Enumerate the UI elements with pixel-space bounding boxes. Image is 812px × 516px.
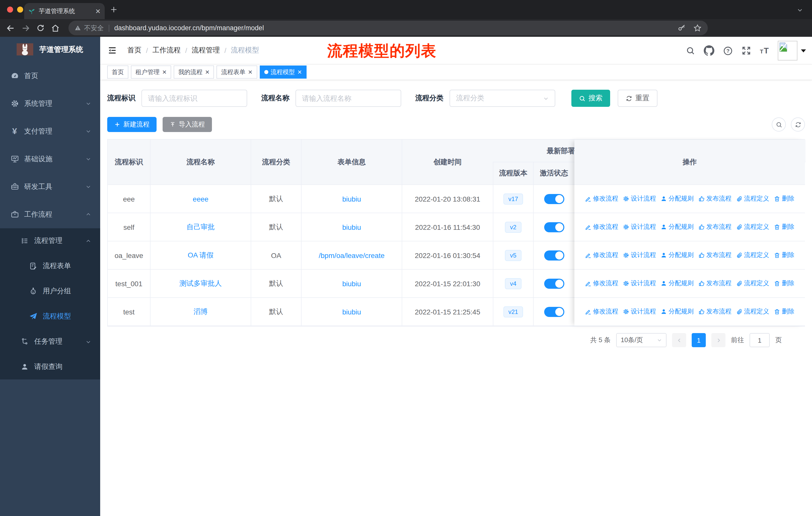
sidebar-item-home[interactable]: 首页	[0, 62, 100, 90]
current-page-button[interactable]: 1	[692, 333, 706, 347]
sidebar-item-task-management[interactable]: 任务管理	[0, 329, 100, 354]
process-name-link[interactable]: 滔博	[194, 307, 208, 316]
active-toggle[interactable]	[544, 250, 564, 260]
form-info-link[interactable]: biubiu	[342, 279, 361, 288]
version-badge[interactable]: v5	[505, 250, 521, 261]
process-name-link[interactable]: 测试多审批人	[179, 279, 222, 288]
modify-process-link[interactable]: 修改流程	[585, 279, 618, 288]
process-definition-link[interactable]: 流程定义	[736, 279, 769, 288]
assign-rule-link[interactable]: 分配规则	[661, 194, 694, 203]
assign-rule-link[interactable]: 分配规则	[661, 279, 694, 288]
sidebar-item-system[interactable]: 系统管理	[0, 90, 100, 117]
url-text[interactable]: dashboard.yudao.iocoder.cn/bpm/manager/m…	[114, 24, 677, 32]
search-button[interactable]: 搜索	[571, 90, 610, 107]
sidebar-item-workflow[interactable]: 工作流程	[0, 200, 100, 228]
active-toggle[interactable]	[544, 222, 564, 232]
tag-process-model[interactable]: 流程模型✕	[260, 65, 306, 79]
reset-button[interactable]: 重置	[618, 90, 658, 107]
sidebar-item-leave-query[interactable]: 请假查询	[0, 354, 100, 379]
github-icon[interactable]	[704, 45, 715, 56]
design-process-link[interactable]: 设计流程	[623, 307, 656, 316]
delete-link[interactable]: 删除	[774, 194, 794, 203]
active-toggle[interactable]	[544, 278, 564, 289]
process-definition-link[interactable]: 流程定义	[736, 251, 769, 260]
tag-close-icon[interactable]: ✕	[248, 69, 253, 75]
tag-close-icon[interactable]: ✕	[162, 69, 167, 75]
form-info-link[interactable]: /bpm/oa/leave/create	[319, 251, 385, 259]
minimize-window-button[interactable]	[17, 6, 23, 12]
back-icon[interactable]	[6, 23, 15, 32]
form-info-link[interactable]: biubiu	[342, 308, 361, 316]
avatar-caret-icon[interactable]	[801, 49, 806, 52]
tag-process-form[interactable]: 流程表单✕	[217, 65, 257, 79]
modify-process-link[interactable]: 修改流程	[585, 307, 618, 316]
sidebar-item-process-model[interactable]: 流程模型	[0, 304, 100, 329]
form-info-link[interactable]: biubiu	[342, 223, 361, 231]
address-bar[interactable]: 不安全 dashboard.yudao.iocoder.cn/bpm/manag…	[68, 21, 708, 35]
process-name-link[interactable]: OA 请假	[188, 251, 214, 260]
reload-icon[interactable]	[36, 24, 45, 32]
process-name-link[interactable]: eeee	[193, 195, 208, 203]
tab-close-icon[interactable]: ✕	[95, 8, 101, 15]
version-badge[interactable]: v21	[503, 306, 523, 317]
modify-process-link[interactable]: 修改流程	[585, 251, 618, 260]
active-toggle[interactable]	[544, 307, 564, 317]
prev-page-button[interactable]	[672, 333, 686, 347]
assign-rule-link[interactable]: 分配规则	[661, 251, 694, 260]
tab-search-chevron-icon[interactable]	[797, 7, 803, 13]
publish-process-link[interactable]: 发布流程	[698, 279, 731, 288]
process-definition-link[interactable]: 流程定义	[736, 223, 769, 231]
sidebar-item-dev-tools[interactable]: 研发工具	[0, 173, 100, 200]
delete-link[interactable]: 删除	[774, 223, 794, 231]
active-toggle[interactable]	[544, 194, 564, 204]
sidebar-item-payment[interactable]: ¥ 支付管理	[0, 117, 100, 145]
app-logo-row[interactable]: 芋道管理系统	[0, 37, 100, 62]
breadcrumb-home[interactable]: 首页	[127, 46, 141, 55]
tag-home[interactable]: 首页	[107, 65, 128, 79]
header-search-icon[interactable]	[686, 46, 695, 55]
sidebar-item-process-form[interactable]: 流程表单	[0, 253, 100, 279]
sidebar-item-infrastructure[interactable]: 基础设施	[0, 145, 100, 173]
show-search-toggle-button[interactable]	[772, 117, 786, 132]
browser-tab[interactable]: 芋道管理系统 ✕	[24, 3, 105, 19]
home-icon[interactable]	[51, 23, 60, 32]
forward-icon[interactable]	[21, 23, 30, 32]
design-process-link[interactable]: 设计流程	[623, 251, 656, 260]
user-avatar-menu[interactable]	[778, 41, 806, 60]
new-tab-button[interactable]	[110, 5, 118, 13]
version-badge[interactable]: v17	[503, 193, 523, 204]
publish-process-link[interactable]: 发布流程	[698, 251, 731, 260]
assign-rule-link[interactable]: 分配规则	[661, 307, 694, 316]
close-window-button[interactable]	[7, 6, 13, 12]
process-key-input[interactable]	[141, 90, 247, 107]
version-badge[interactable]: v4	[505, 278, 521, 289]
create-process-button[interactable]: 新建流程	[107, 117, 156, 132]
modify-process-link[interactable]: 修改流程	[585, 223, 618, 231]
goto-page-input[interactable]	[750, 333, 770, 347]
version-badge[interactable]: v2	[505, 221, 521, 233]
form-info-link[interactable]: biubiu	[342, 195, 361, 203]
refresh-table-button[interactable]	[791, 117, 805, 132]
avatar-broken-image[interactable]	[778, 41, 798, 60]
process-definition-link[interactable]: 流程定义	[736, 307, 769, 316]
breadcrumb-workflow[interactable]: 工作流程	[152, 46, 181, 55]
sidebar-item-user-group[interactable]: 用户分组	[0, 279, 100, 304]
sidebar-collapse-icon[interactable]	[107, 45, 117, 55]
tag-tenant[interactable]: 租户管理✕	[131, 65, 171, 79]
publish-process-link[interactable]: 发布流程	[698, 307, 731, 316]
process-name-input[interactable]	[295, 90, 401, 107]
category-select[interactable]: 流程分类	[450, 90, 555, 107]
tag-close-icon[interactable]: ✕	[205, 69, 209, 75]
delete-link[interactable]: 删除	[774, 279, 794, 288]
tag-close-icon[interactable]: ✕	[297, 69, 302, 75]
bookmark-star-icon[interactable]	[693, 24, 702, 32]
delete-link[interactable]: 删除	[774, 307, 794, 316]
page-size-select[interactable]: 10条/页	[616, 333, 667, 347]
sidebar-item-process-management[interactable]: 流程管理	[0, 228, 100, 253]
security-warning[interactable]: 不安全	[75, 23, 104, 32]
modify-process-link[interactable]: 修改流程	[585, 194, 618, 203]
password-key-icon[interactable]	[677, 24, 686, 32]
next-page-button[interactable]	[711, 333, 725, 347]
tag-my-process[interactable]: 我的流程✕	[174, 65, 214, 79]
delete-link[interactable]: 删除	[774, 251, 794, 260]
